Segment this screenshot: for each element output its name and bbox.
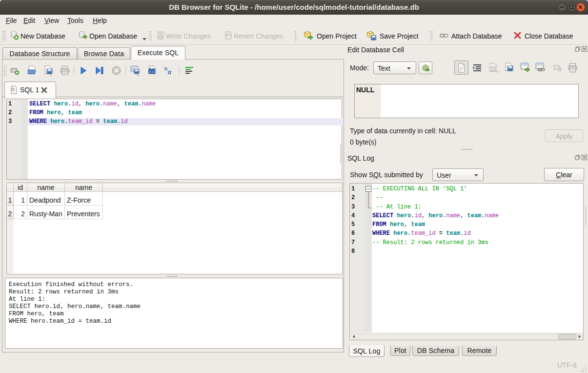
svg-text:b: b (164, 66, 167, 71)
